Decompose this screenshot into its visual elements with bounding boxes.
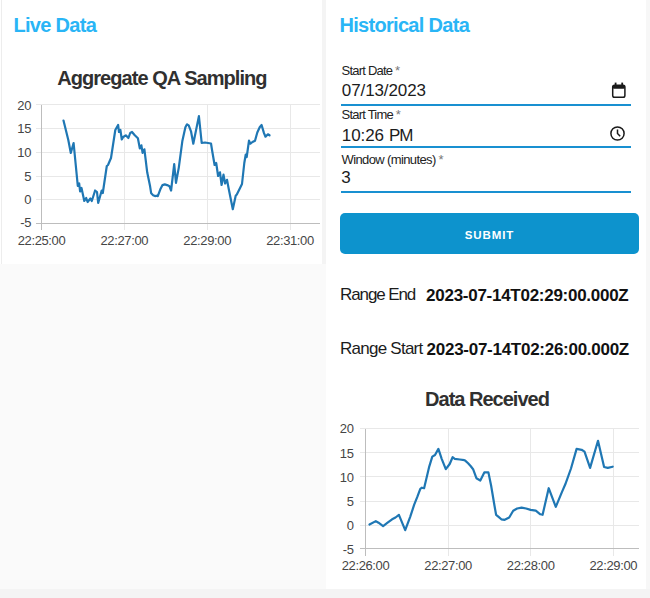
svg-text:22:28:00: 22:28:00 xyxy=(507,558,555,573)
svg-text:22:25:00: 22:25:00 xyxy=(18,233,66,248)
svg-text:22:29:00: 22:29:00 xyxy=(589,558,637,573)
svg-text:20: 20 xyxy=(17,98,31,113)
svg-text:15: 15 xyxy=(17,121,31,136)
svg-text:22:29:00: 22:29:00 xyxy=(183,233,231,248)
svg-text:22:27:00: 22:27:00 xyxy=(100,233,148,248)
svg-text:10: 10 xyxy=(17,145,31,160)
svg-text:Data Received: Data Received xyxy=(425,388,549,410)
svg-text:10: 10 xyxy=(340,470,354,485)
svg-text:0: 0 xyxy=(347,518,354,533)
svg-text:5: 5 xyxy=(24,169,31,184)
svg-text:-5: -5 xyxy=(20,215,31,230)
svg-text:15: 15 xyxy=(340,446,354,461)
svg-text:0: 0 xyxy=(24,192,31,207)
svg-text:-5: -5 xyxy=(343,542,354,557)
svg-text:22:27:00: 22:27:00 xyxy=(424,558,472,573)
svg-text:20: 20 xyxy=(340,421,354,436)
svg-text:22:31:00: 22:31:00 xyxy=(266,233,314,248)
svg-text:Aggregate QA Sampling: Aggregate QA Sampling xyxy=(57,67,266,89)
svg-text:5: 5 xyxy=(347,494,354,509)
svg-text:22:26:00: 22:26:00 xyxy=(342,558,390,573)
